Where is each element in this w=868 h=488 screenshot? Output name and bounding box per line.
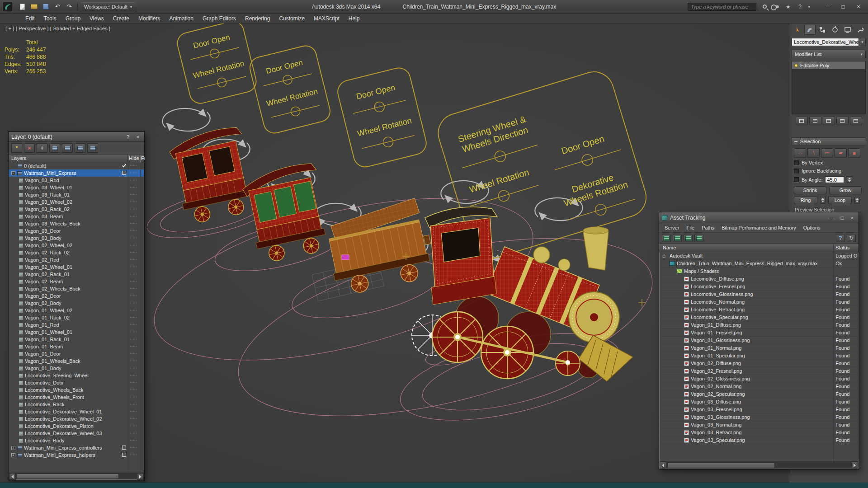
asset-window-titlebar[interactable]: Asset Tracking ─ □ × — [659, 212, 859, 223]
object-row[interactable]: Vagon_02_Body — [9, 300, 144, 307]
motion-tab-icon[interactable] — [829, 25, 840, 35]
column-status[interactable]: Status — [835, 245, 849, 250]
object-row[interactable]: Vagon_02_Beam — [9, 278, 144, 285]
object-row[interactable]: Vagon_03_Rod — [9, 177, 144, 184]
asset-row[interactable]: Locomotive_Fresnel.pngFound — [660, 283, 858, 291]
close-icon[interactable]: × — [134, 133, 142, 141]
menu-edit[interactable]: Edit — [21, 14, 39, 23]
selection-rollout-header[interactable]: Selection — [791, 137, 866, 145]
wagon-3[interactable] — [167, 125, 258, 226]
object-row[interactable]: Vagon_01_Rack_01 — [9, 336, 144, 343]
object-row[interactable]: Vagon_03_Wheels_Back — [9, 220, 144, 227]
help-icon[interactable]: ? — [796, 3, 803, 10]
app-menu-button[interactable] — [0, 0, 15, 14]
object-row[interactable]: Vagon_02_Wheels_Back — [9, 285, 144, 292]
object-row[interactable]: Vagon_03_Wheel_01 — [9, 184, 144, 191]
maximize-icon[interactable]: □ — [839, 214, 846, 221]
layer-column-header[interactable]: Layers Hide Fr — [9, 155, 144, 162]
object-row[interactable]: Locomotive_Steering_Wheel — [9, 372, 144, 379]
new-layer-button[interactable]: * — [11, 143, 22, 153]
asset-row[interactable]: Vagon_01_Specular.pngFound — [660, 352, 858, 360]
asset-menu-options[interactable]: Options — [800, 223, 824, 233]
asset-menu-paths[interactable]: Paths — [698, 223, 718, 233]
object-row[interactable]: Vagon_03_Rack_01 — [9, 191, 144, 198]
column-layers[interactable]: Layers — [11, 155, 26, 161]
menu-views[interactable]: Views — [85, 14, 108, 23]
highlight-layer-button[interactable] — [75, 143, 85, 153]
asset-row[interactable]: Vagon_01_Glossiness.pngFound — [660, 337, 858, 344]
asset-row[interactable]: Locomotive_Diffuse.pngFound — [660, 275, 858, 283]
ring-button[interactable]: Ring — [794, 196, 817, 204]
polygon-mode-icon[interactable]: ▰ — [835, 148, 847, 158]
object-row[interactable]: Vagon_02_Rod — [9, 256, 144, 263]
wagon-2[interactable] — [240, 161, 333, 265]
scroll-right-icon[interactable] — [851, 462, 858, 469]
edge-mode-icon[interactable]: ∖ — [807, 148, 820, 158]
refresh-icon[interactable]: ↻ — [847, 234, 856, 242]
add-to-layer-button[interactable]: + — [37, 143, 47, 153]
object-row[interactable]: Vagon_03_Rack_02 — [9, 206, 144, 213]
wagon-1[interactable] — [322, 197, 438, 297]
trackbar-strip[interactable] — [0, 483, 868, 488]
menu-maxscript[interactable]: MAXScript — [309, 14, 344, 23]
remove-modifier-button[interactable] — [836, 117, 849, 125]
favorites-star-icon[interactable]: ★ — [784, 3, 792, 10]
object-row[interactable]: Vagon_01_Wheel_01 — [9, 328, 144, 336]
angle-spinner[interactable] — [847, 176, 852, 183]
object-row[interactable]: Locomotive_Dekorative_Piston — [9, 422, 144, 430]
asset-column-header[interactable]: Name Status — [659, 244, 859, 252]
hide-freeze-toggle-button[interactable] — [87, 143, 98, 153]
maximize-button[interactable]: □ — [836, 2, 850, 12]
select-layer-objects-button[interactable] — [49, 143, 60, 153]
object-row[interactable]: Locomotive_Wheels_Front — [9, 394, 144, 401]
scroll-left-icon[interactable] — [660, 462, 666, 469]
object-row[interactable]: Vagon_02_Wheel_01 — [9, 263, 144, 271]
column-freeze[interactable]: Fr — [141, 155, 145, 161]
utilities-tab-icon[interactable] — [854, 25, 866, 35]
key-icon[interactable] — [773, 3, 780, 10]
expander-icon[interactable]: + — [11, 446, 15, 450]
object-row[interactable]: Locomotive_Wheels_Back — [9, 386, 144, 394]
layer-window-titlebar[interactable]: Layer: 0 (default) ? × — [9, 132, 144, 142]
table-view-button[interactable] — [673, 234, 682, 242]
close-button[interactable]: × — [852, 2, 865, 12]
object-name-field[interactable]: Locomotive_Dekorative_Whe — [792, 38, 859, 46]
workspace-selector[interactable]: Workspace: Default ▾ — [81, 2, 135, 11]
display-tab-icon[interactable] — [842, 25, 853, 35]
by-angle-checkbox[interactable] — [794, 177, 799, 182]
gizmo-handle[interactable] — [342, 255, 349, 260]
asset-row[interactable]: Vagon_03_Normal.pngFound — [660, 421, 858, 429]
object-row[interactable]: Locomotive_Rack — [9, 401, 144, 408]
loop-button[interactable]: Loop — [828, 196, 852, 204]
menu-animation[interactable]: Animation — [165, 14, 198, 23]
column-hide[interactable]: Hide — [129, 155, 139, 161]
object-row[interactable]: Vagon_01_Rod — [9, 321, 144, 328]
menu-group[interactable]: Group — [61, 14, 85, 23]
make-unique-button[interactable] — [823, 117, 835, 125]
object-row[interactable]: Vagon_01_Body — [9, 365, 144, 372]
asset-row[interactable]: Vagon_02_Normal.pngFound — [660, 383, 858, 390]
asset-row[interactable]: Locomotive_Refract.pngFound — [660, 306, 858, 314]
layer-row[interactable]: +Wattman_Mini_Express_controllers — [9, 444, 144, 451]
object-row[interactable]: Vagon_01_Beam — [9, 343, 144, 350]
pin-stack-button[interactable] — [796, 117, 808, 125]
asset-row[interactable]: Vagon_01_Diffuse.pngFound — [660, 321, 858, 329]
close-icon[interactable]: × — [849, 214, 856, 221]
object-row[interactable]: Vagon_01_Rack_02 — [9, 314, 144, 321]
expander-icon[interactable]: + — [11, 453, 15, 457]
shrink-button[interactable]: Shrink — [794, 186, 826, 194]
minimize-icon[interactable]: ─ — [829, 214, 836, 221]
ignore-backfacing-checkbox[interactable] — [794, 169, 799, 174]
show-end-result-button[interactable] — [809, 117, 821, 125]
modify-tab-icon[interactable] — [804, 25, 816, 35]
object-row[interactable]: Vagon_02_Rack_02 — [9, 249, 144, 256]
object-row[interactable]: Locomotive_Dekorative_Wheel_01 — [9, 408, 144, 415]
object-name-dropdown-icon[interactable]: ▾ — [859, 38, 866, 46]
menu-customize[interactable]: Customize — [274, 14, 309, 23]
new-file-icon[interactable] — [18, 3, 26, 11]
object-row[interactable]: Vagon_01_Door — [9, 350, 144, 357]
layer-prop-box[interactable] — [122, 446, 126, 450]
element-mode-icon[interactable]: ■ — [848, 148, 860, 158]
layer-hscrollbar[interactable] — [9, 473, 144, 479]
vertex-mode-icon[interactable]: ∴ — [794, 148, 806, 158]
